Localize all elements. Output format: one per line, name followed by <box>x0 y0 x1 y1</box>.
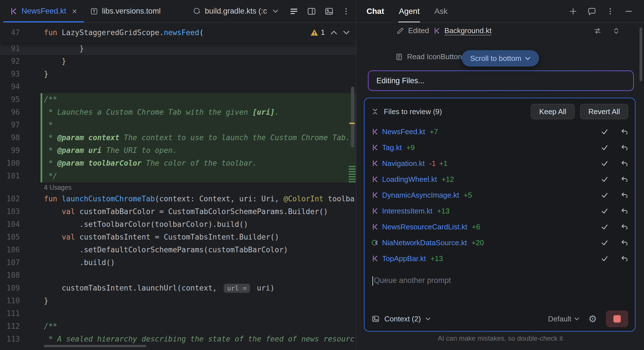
more-options-icon[interactable] <box>342 7 350 16</box>
editor-horizontal-scrollbar[interactable] <box>44 345 147 347</box>
chat-tab-bar: Chat Agent Ask <box>356 0 644 22</box>
file-review-row[interactable]: NewsResourceCardList.kt+6 <box>371 219 628 235</box>
revert-file-icon[interactable] <box>621 239 628 246</box>
more-options-icon[interactable] <box>606 7 615 16</box>
code-lines[interactable]: 91 }92 }93}9495/**96 * Launches a Custom… <box>0 42 356 350</box>
show-diff-icon[interactable] <box>594 27 601 35</box>
revert-file-icon[interactable] <box>621 128 628 135</box>
code-line: 97 * <box>0 119 356 131</box>
tab-agent[interactable]: Agent <box>399 0 420 22</box>
file-review-row[interactable]: TopAppBar.kt+13 <box>371 251 628 266</box>
file-link[interactable]: Navigation.kt <box>382 159 425 168</box>
file-link[interactable]: NewsResourceCardList.kt <box>382 223 467 231</box>
keep-file-icon[interactable] <box>601 160 608 167</box>
keep-file-icon[interactable] <box>601 176 608 183</box>
file-read-icon <box>395 53 403 61</box>
chevron-down-icon[interactable] <box>273 9 278 13</box>
revert-file-icon[interactable] <box>621 191 628 199</box>
keep-file-icon[interactable] <box>601 144 608 151</box>
kotlin-file-icon <box>371 160 382 167</box>
agent-step-read[interactable]: Read IconButton. <box>395 52 464 61</box>
split-editor-icon[interactable] <box>307 7 316 16</box>
stop-button[interactable] <box>606 311 628 327</box>
vcs-change-bar[interactable] <box>41 119 42 131</box>
vcs-change-bar[interactable] <box>41 106 42 119</box>
edited-file-link[interactable]: Background.kt <box>444 26 492 35</box>
file-review-row[interactable]: Navigation.kt-1+1 <box>371 155 628 171</box>
keep-file-icon[interactable] <box>601 223 608 231</box>
vcs-change-bar[interactable] <box>41 93 42 106</box>
sticky-code: fun LazyStaggeredGridScope.newsFeed( <box>44 28 204 37</box>
file-review-row[interactable]: LoadingWheel.kt+12 <box>371 171 628 187</box>
preview-image-icon[interactable] <box>324 7 334 16</box>
line-number: 104 <box>0 218 20 231</box>
code-line: 95/** <box>0 93 356 106</box>
revert-file-icon[interactable] <box>621 160 628 167</box>
model-selector[interactable]: Default <box>548 315 579 323</box>
file-link[interactable]: LoadingWheel.kt <box>382 175 437 184</box>
revert-file-icon[interactable] <box>621 144 628 151</box>
prev-problem-icon[interactable] <box>331 30 337 35</box>
revert-all-button[interactable]: Revert All <box>580 104 628 119</box>
code-line: 107 .build() <box>0 256 356 269</box>
file-link[interactable]: DynamicAsyncImage.kt <box>382 191 459 200</box>
hide-panel-icon[interactable] <box>624 7 633 16</box>
file-review-row[interactable]: Tag.kt+9 <box>371 140 628 155</box>
keep-file-icon[interactable] <box>601 255 608 262</box>
file-link[interactable]: Tag.kt <box>382 143 402 152</box>
new-chat-icon[interactable] <box>569 7 578 16</box>
tab-libs-versions[interactable]: libs.versions.toml <box>84 0 167 22</box>
file-review-row[interactable]: NewsFeed.kt+7 <box>371 124 628 140</box>
chat-history-icon[interactable] <box>587 7 596 16</box>
file-link[interactable]: NiaNetworkDataSource.kt <box>382 238 467 247</box>
sticky-header-line[interactable]: 47 fun LazyStaggeredGridScope.newsFeed( … <box>0 23 356 42</box>
scroll-to-bottom-button[interactable]: Scroll to bottom <box>462 50 539 67</box>
vcs-change-scroll-marks[interactable] <box>349 166 355 183</box>
vcs-change-bar[interactable] <box>41 170 42 182</box>
keep-file-icon[interactable] <box>601 239 608 246</box>
keep-file-icon[interactable] <box>601 191 608 199</box>
code-text: * A sealed hierarchy describing the stat… <box>44 333 355 345</box>
file-link[interactable]: TopAppBar.kt <box>382 254 426 263</box>
revert-file-icon[interactable] <box>621 255 628 262</box>
file-review-row[interactable]: NiaNetworkDataSource.kt+20 <box>371 235 628 251</box>
context-selector[interactable]: Context (2) <box>384 315 421 323</box>
structure-list-icon[interactable] <box>289 7 299 16</box>
revert-file-icon[interactable] <box>621 207 628 215</box>
file-link[interactable]: InterestsItem.kt <box>382 207 433 215</box>
collapse-icon[interactable] <box>371 108 379 115</box>
code-editor[interactable]: 47 fun LazyStaggeredGridScope.newsFeed( … <box>0 23 356 350</box>
agent-step-edited[interactable]: Edited Background.kt <box>396 26 620 35</box>
usages-hint[interactable]: 4 Usages <box>44 182 71 193</box>
attach-image-icon[interactable] <box>371 315 380 323</box>
vcs-change-bar[interactable] <box>41 157 42 170</box>
warning-count[interactable]: 1 <box>310 28 325 37</box>
next-problem-icon[interactable] <box>343 30 350 35</box>
tab-build-gradle[interactable]: build.gradle.kts (:c <box>187 0 285 22</box>
line-number: 109 <box>0 282 20 294</box>
vcs-change-bar[interactable] <box>41 131 42 144</box>
file-link[interactable]: NewsFeed.kt <box>382 127 425 136</box>
tab-newsfeed[interactable]: NewsFeed.kt <box>3 0 84 22</box>
chat-scrollbar[interactable] <box>639 27 642 81</box>
line-number: 108 <box>0 269 20 282</box>
close-tab-icon[interactable] <box>71 8 78 14</box>
keep-file-icon[interactable] <box>601 207 608 215</box>
keep-all-button[interactable]: Keep All <box>531 104 574 119</box>
settings-gear-icon[interactable]: ⚙ <box>588 314 597 324</box>
vcs-change-bar[interactable] <box>41 144 42 157</box>
tab-ask[interactable]: Ask <box>434 0 448 22</box>
revert-file-icon[interactable] <box>621 223 628 231</box>
line-number: 91 <box>0 42 20 55</box>
prompt-input[interactable]: Queue another prompt <box>365 266 635 307</box>
file-review-row[interactable]: DynamicAsyncImage.kt+5 <box>371 187 628 203</box>
keep-file-icon[interactable] <box>601 128 608 135</box>
warning-scroll-mark[interactable] <box>349 123 355 124</box>
editor-vertical-scrollbar[interactable] <box>351 87 354 148</box>
revert-file-icon[interactable] <box>621 176 628 183</box>
chevron-down-icon[interactable] <box>425 317 431 321</box>
tab-chat[interactable]: Chat <box>367 0 384 22</box>
ide-window: NewsFeed.kt libs.versions.toml build.gra… <box>0 0 644 350</box>
expand-step-icon[interactable] <box>612 27 620 35</box>
file-review-row[interactable]: InterestsItem.kt+13 <box>371 203 628 219</box>
